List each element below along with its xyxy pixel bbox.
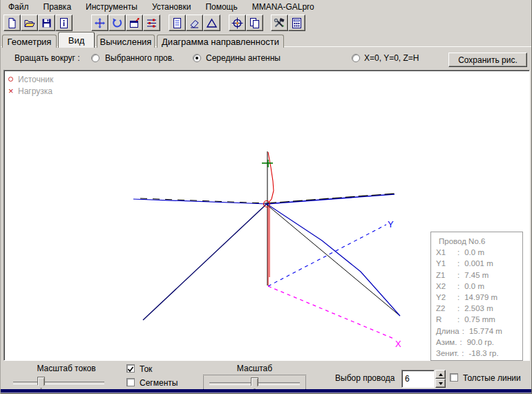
up-arrow-icon	[439, 373, 443, 376]
legend-load-label: Нагрузка	[18, 86, 53, 96]
new-file-icon	[6, 17, 18, 29]
wire-info-title: Провод No.6	[436, 236, 520, 247]
export-window-button[interactable]	[126, 15, 143, 31]
tab-geometry[interactable]: Геометрия	[2, 35, 57, 48]
down-arrow-icon	[439, 382, 443, 385]
menu-help[interactable]: Помощь	[199, 1, 243, 13]
text-document-button[interactable]	[169, 15, 186, 31]
segments-checkbox-label[interactable]: Сегменты	[140, 378, 178, 388]
currents-scale-slider-thumb[interactable]	[37, 377, 45, 389]
scale-label: Масштаб	[208, 364, 301, 373]
eraser-icon	[189, 17, 200, 29]
target-icon	[231, 17, 243, 29]
toolbar	[1, 14, 532, 32]
wire-select-label: Выбор провода	[335, 373, 395, 383]
menu-tools[interactable]: Инструменты	[79, 1, 144, 13]
file-info-button[interactable]	[55, 15, 73, 31]
open-file-button[interactable]	[21, 15, 38, 31]
copy-button[interactable]	[246, 15, 263, 31]
wire-info-panel: Провод No.6 X10.0 m Y10.001 m Z17.45 m X…	[430, 232, 523, 361]
wire-settings-icon	[146, 17, 158, 29]
tab-bar: Геометрия Вид Вычисления Диаграмма напра…	[1, 32, 532, 47]
scale-slider[interactable]	[203, 375, 306, 391]
menu-edit[interactable]: Правка	[37, 1, 78, 13]
thick-lines-checkbox-label[interactable]: Толстые линии	[463, 373, 531, 383]
current-checkbox-label[interactable]: Ток	[140, 364, 152, 374]
menu-settings[interactable]: Установки	[146, 1, 197, 13]
move-view-button[interactable]	[91, 15, 108, 31]
wire-settings-button[interactable]	[143, 15, 160, 31]
triangle-button[interactable]	[203, 15, 220, 31]
source-symbol-icon	[8, 77, 13, 82]
radio-antenna-center[interactable]	[193, 54, 201, 62]
open-folder-icon	[23, 17, 35, 29]
radio-antenna-center-label[interactable]: Середины антенны	[206, 53, 281, 63]
legend: Источник × Нагрузка	[8, 73, 53, 97]
thick-lines-checkbox[interactable]	[450, 373, 458, 382]
tab-calculations[interactable]: Вычисления	[97, 35, 155, 48]
tools-icon	[274, 17, 285, 29]
radio-xyz-zero-label[interactable]: X=0, Y=0, Z=H	[364, 53, 419, 63]
legend-source-label: Источник	[18, 75, 53, 84]
tab-view[interactable]: Вид	[58, 32, 95, 48]
calculator-button[interactable]	[288, 15, 305, 31]
radio-selected-wire[interactable]	[91, 54, 99, 62]
mmana-window: Файл Правка Инструменты Установки Помощь…	[0, 0, 532, 394]
eraser-button[interactable]	[186, 15, 203, 31]
new-file-button[interactable]	[3, 15, 21, 31]
currents-scale-label: Масштаб токов	[15, 364, 118, 373]
move-icon	[94, 17, 106, 29]
wire-select-down-button[interactable]	[435, 379, 446, 388]
current-checkbox[interactable]	[126, 364, 135, 373]
copy-icon	[249, 17, 260, 29]
view-tab-page: Вращать вокруг : Выбранного пров. Середи…	[1, 46, 532, 389]
triangle-icon	[206, 17, 218, 29]
wire-select-up-button[interactable]	[435, 370, 446, 379]
x-axis-label: X	[395, 339, 401, 349]
segments-checkbox[interactable]	[126, 378, 135, 386]
check-icon	[127, 366, 134, 373]
center-target-button[interactable]	[229, 15, 246, 31]
y-axis-label: Y	[388, 219, 394, 229]
antenna-3d-view[interactable]: Y X Источник × Нагрузка Провод No.6	[3, 70, 530, 361]
rotate-view-button[interactable]	[108, 15, 126, 31]
save-icon	[41, 17, 53, 29]
rotate-icon	[111, 17, 123, 29]
window-export-icon	[129, 17, 140, 29]
tools-button[interactable]	[271, 15, 288, 31]
menu-bar: Файл Правка Инструменты Установки Помощь…	[1, 0, 532, 14]
info-icon	[58, 17, 70, 29]
save-file-button[interactable]	[38, 15, 55, 31]
calculator-icon	[291, 17, 303, 29]
save-picture-button[interactable]: Сохранить рис.	[448, 53, 527, 67]
legend-load: × Нагрузка	[8, 85, 53, 97]
load-symbol-icon: ×	[8, 88, 14, 95]
rotate-around-label: Вращать вокруг :	[15, 53, 79, 63]
radio-selected-wire-label[interactable]: Выбранного пров.	[105, 53, 174, 63]
document-icon	[171, 17, 183, 29]
tab-radiation-pattern[interactable]: Диаграмма направленности	[157, 35, 284, 48]
wire-select-input[interactable]: 6	[401, 370, 435, 388]
menu-mmana-galpro[interactable]: MMANA-GALpro	[246, 1, 321, 13]
scale-slider-thumb[interactable]	[251, 377, 258, 390]
legend-source: Источник	[8, 73, 53, 85]
radio-xyz-zero[interactable]	[352, 54, 360, 62]
menu-file[interactable]: Файл	[2, 1, 35, 13]
